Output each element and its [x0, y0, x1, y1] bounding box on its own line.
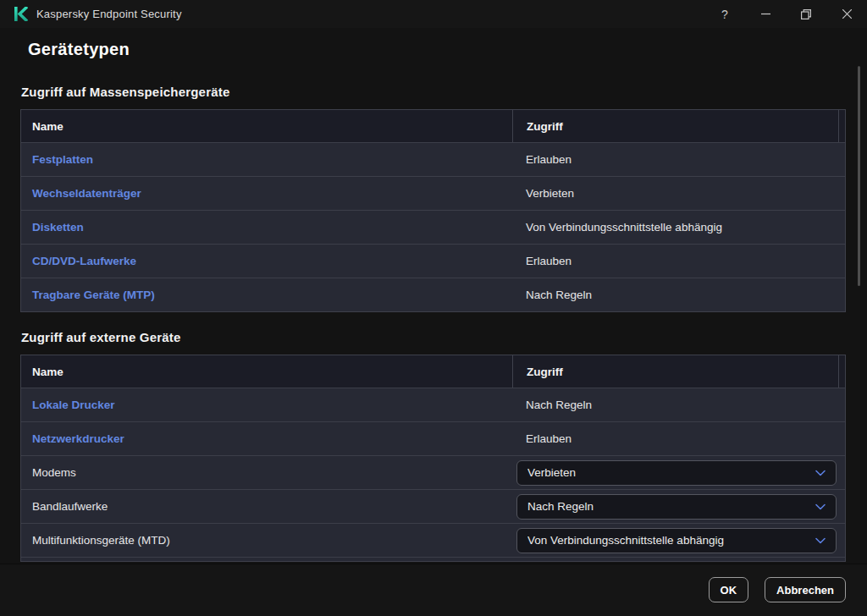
access-dropdown[interactable]: Verbieten: [516, 460, 837, 486]
help-button[interactable]: ?: [704, 0, 745, 28]
section-heading: Zugriff auf Massenspeichergeräte: [21, 85, 867, 99]
close-button[interactable]: [826, 0, 867, 28]
device-name-link[interactable]: Tragbare Geräte (MTP): [32, 289, 155, 301]
device-name-cell: Netzwerkdrucker: [21, 422, 512, 455]
device-name-link[interactable]: Lokale Drucker: [32, 399, 115, 411]
access-dropdown-value: Verbieten: [527, 466, 815, 479]
restore-button[interactable]: [786, 0, 826, 28]
device-name-link[interactable]: CD/DVD-Laufwerke: [32, 255, 136, 267]
column-header-name: Name: [21, 355, 512, 388]
device-name-link[interactable]: Netzwerkdrucker: [32, 432, 124, 445]
close-icon: [842, 9, 852, 19]
table-header: Name Zugriff: [21, 355, 845, 388]
restore-icon: [801, 9, 811, 19]
titlebar: Kaspersky Endpoint Security ?: [0, 0, 867, 28]
device-name-cell: Lokale Drucker: [21, 388, 512, 421]
device-name-label: Modems: [32, 466, 76, 479]
device-name-cell: Disketten: [21, 211, 512, 244]
device-name-cell: Festplatten: [21, 143, 512, 176]
column-header-access: Zugriff: [512, 355, 838, 388]
content-area: Gerätetypen Zugriff auf Massenspeicherge…: [0, 28, 867, 564]
device-name-label: Bandlaufwerke: [32, 500, 108, 513]
ok-button[interactable]: OK: [709, 577, 749, 602]
chevron-down-icon: [815, 470, 826, 476]
device-name-link[interactable]: Festplatten: [32, 153, 93, 166]
access-cell: Nach Regeln: [512, 490, 845, 523]
device-name-cell: Modems: [21, 456, 512, 489]
access-dropdown[interactable]: Nach Regeln: [516, 494, 837, 520]
window-title: Kaspersky Endpoint Security: [36, 8, 182, 20]
dialog-footer: OK Abbrechen: [0, 564, 867, 616]
section-external-devices: Zugriff auf externe Geräte Name Zugriff …: [0, 330, 867, 562]
access-cell: Nach Regeln: [512, 278, 845, 311]
table-body: FestplattenErlaubenWechseldatenträgerVer…: [21, 142, 845, 311]
device-name-cell: CD/DVD-Laufwerke: [21, 245, 512, 278]
access-dropdown-value: Von Verbindungsschnittstelle abhängig: [527, 534, 815, 547]
table-row: CD/DVD-LaufwerkeErlauben: [21, 244, 845, 278]
table-header: Name Zugriff: [21, 110, 845, 142]
access-value: Erlauben: [512, 432, 572, 445]
access-cell: Erlauben: [512, 245, 845, 278]
access-cell: Verbieten: [512, 456, 845, 489]
access-value: Nach Regeln: [512, 399, 592, 411]
access-cell: Von Verbindungsschnittstelle abhängig: [512, 524, 845, 557]
section-mass-storage: Zugriff auf Massenspeichergeräte Name Zu…: [0, 85, 867, 312]
device-name-cell: Multifunktionsgeräte (MTD): [21, 524, 512, 557]
vertical-scrollbar[interactable]: [858, 66, 860, 286]
minimize-button[interactable]: [745, 0, 786, 28]
table-header-corner: [838, 355, 845, 388]
access-dropdown[interactable]: Von Verbindungsschnittstelle abhängig: [516, 528, 837, 553]
cancel-button[interactable]: Abbrechen: [765, 577, 846, 602]
access-value: Nach Regeln: [512, 289, 592, 301]
table-row: Multifunktionsgeräte (MTD)Von Verbindung…: [21, 523, 845, 557]
table-header-corner: [838, 110, 845, 142]
app-window: Kaspersky Endpoint Security ? Gerätetype…: [0, 0, 867, 616]
access-value: Von Verbindungsschnittstelle abhängig: [512, 221, 722, 234]
access-value: Erlauben: [512, 153, 572, 166]
access-cell: Erlauben: [512, 422, 845, 455]
device-table: Name Zugriff Lokale DruckerNach RegelnNe…: [20, 355, 846, 562]
table-body: Lokale DruckerNach RegelnNetzwerkdrucker…: [21, 388, 845, 557]
window-controls: ?: [704, 0, 867, 28]
column-header-name: Name: [21, 110, 512, 142]
table-row: BandlaufwerkeNach Regeln: [21, 489, 845, 523]
access-cell: Verbieten: [512, 177, 845, 210]
device-table: Name Zugriff FestplattenErlaubenWechseld…: [20, 109, 846, 312]
chevron-down-icon: [815, 503, 826, 510]
access-cell: Erlauben: [512, 143, 845, 176]
kaspersky-logo-icon: [14, 7, 28, 21]
access-value: Verbieten: [512, 187, 574, 200]
device-name-link[interactable]: Wechseldatenträger: [32, 187, 141, 200]
table-row: FestplattenErlauben: [21, 142, 845, 176]
chevron-down-icon: [815, 537, 826, 544]
table-row: Lokale DruckerNach Regeln: [21, 388, 845, 421]
table-row: DiskettenVon Verbindungsschnittstelle ab…: [21, 210, 845, 244]
page-title: Gerätetypen: [28, 40, 867, 59]
access-dropdown-value: Nach Regeln: [527, 500, 815, 513]
table-row: Tragbare Geräte (MTP)Nach Regeln: [21, 278, 845, 311]
access-cell: Von Verbindungsschnittstelle abhängig: [512, 211, 845, 244]
table-row: NetzwerkdruckerErlauben: [21, 421, 845, 455]
minimize-icon: [761, 9, 770, 19]
column-header-access: Zugriff: [512, 110, 838, 142]
help-icon: ?: [721, 8, 728, 21]
device-name-cell: Wechseldatenträger: [21, 177, 512, 210]
table-row: WechseldatenträgerVerbieten: [21, 176, 845, 210]
device-name-cell: Bandlaufwerke: [21, 490, 512, 523]
table-row-partial: [21, 557, 845, 561]
section-heading: Zugriff auf externe Geräte: [21, 330, 867, 344]
access-cell: Nach Regeln: [512, 388, 845, 421]
access-value: Erlauben: [512, 255, 572, 267]
table-row: ModemsVerbieten: [21, 455, 845, 489]
device-name-label: Multifunktionsgeräte (MTD): [32, 534, 170, 547]
device-name-link[interactable]: Disketten: [32, 221, 84, 234]
device-name-cell: Tragbare Geräte (MTP): [21, 278, 512, 311]
